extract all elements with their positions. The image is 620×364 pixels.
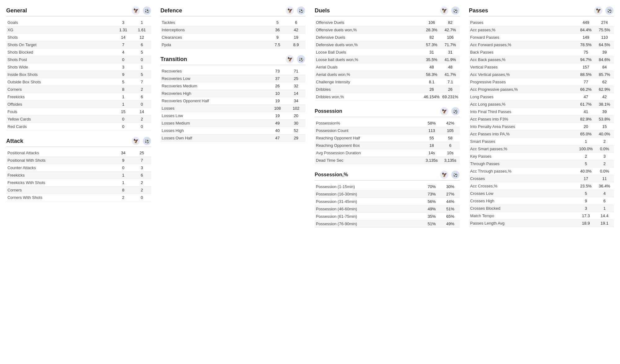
stat-value-team1: 58% bbox=[423, 120, 441, 127]
general-title: General bbox=[6, 7, 129, 14]
stat-label: Fouls bbox=[6, 108, 114, 116]
svg-text:⚽: ⚽ bbox=[453, 8, 458, 13]
table-row: Loose ball duels won,% 35.5% 41.9% bbox=[315, 56, 460, 64]
stat-value-team2: 6 bbox=[441, 142, 460, 149]
table-row: Interceptions 36 42 bbox=[161, 26, 306, 34]
stat-value-team1: 2 bbox=[577, 153, 595, 160]
attack-title: Attack bbox=[6, 138, 129, 144]
stat-label: Crosses High bbox=[469, 197, 577, 205]
table-row: Loose Ball Duels 31 31 bbox=[315, 49, 460, 56]
crystal-palace-badge-duels: 🦅 bbox=[440, 6, 449, 15]
stat-label: Dead Time Sec bbox=[315, 157, 423, 164]
everton-badge-possession-pct: ⚽ bbox=[451, 170, 460, 179]
stat-value-team2: 29 bbox=[287, 134, 305, 142]
table-row: Offensive Duels 106 82 bbox=[315, 19, 460, 26]
table-row: XG 1.31 1.61 bbox=[6, 26, 151, 34]
stat-label: Recoveries Opponent Half bbox=[161, 97, 268, 105]
stat-label: Long Passes bbox=[469, 93, 577, 101]
stat-value-team1: 28.3% bbox=[423, 26, 441, 34]
stat-value-team1: 1 bbox=[577, 138, 595, 145]
stat-value-team1: 51% bbox=[423, 220, 441, 228]
page: General 🦅 ⚽ Goals 3 bbox=[6, 6, 614, 228]
stat-label: Progressive Passes bbox=[469, 78, 577, 86]
stat-value-team2: 75.5% bbox=[595, 26, 614, 34]
stat-value-team1: 0 bbox=[114, 56, 133, 64]
stat-value-team2: 48 bbox=[441, 64, 460, 71]
stat-value-team2: 30 bbox=[287, 120, 305, 127]
table-row: Dribbles won,% 46.154% 69.231% bbox=[315, 93, 460, 101]
table-row: Possession (76-90min) 51% 49% bbox=[315, 220, 460, 228]
team1-icon-attack: 🦅 bbox=[131, 137, 140, 145]
stat-label: Reaching Opponent Half bbox=[315, 134, 423, 142]
table-row: Vertical Passes 157 84 bbox=[469, 64, 614, 71]
stat-label: Possession (61-75min) bbox=[315, 213, 423, 220]
stat-value-team1: 5 bbox=[268, 19, 287, 26]
col-duels-possession: Duels 🦅 ⚽ Offensive Duels 106 bbox=[315, 6, 460, 228]
stat-value-team1: 82 bbox=[423, 34, 441, 41]
stat-label: Acc Forward passes,% bbox=[469, 41, 577, 49]
stat-value-team2: 62.9% bbox=[595, 86, 614, 93]
table-row: Offensive duels won,% 28.3% 42.7% bbox=[315, 26, 460, 34]
stat-label: Acc Smart passes,% bbox=[469, 145, 577, 153]
team2-icon-duels: ⚽ bbox=[451, 6, 460, 15]
table-row: Recoveries High 10 14 bbox=[161, 90, 306, 97]
stat-value-team1: 8 bbox=[114, 186, 133, 194]
stat-value-team2: 39 bbox=[595, 108, 614, 116]
svg-text:🦅: 🦅 bbox=[287, 57, 293, 62]
stat-value-team1: 20 bbox=[577, 123, 595, 130]
stat-value-team2: 1.61 bbox=[133, 26, 151, 34]
stat-value-team2: 85.7% bbox=[595, 71, 614, 78]
stat-label: Aerial Duals bbox=[315, 64, 423, 71]
stat-value-team2: 52 bbox=[287, 127, 305, 134]
stat-value-team1: 10 bbox=[268, 90, 287, 97]
team2-icon-possession-pct: ⚽ bbox=[451, 170, 460, 179]
stat-value-team1: 66.2% bbox=[577, 86, 595, 93]
stat-value-team1: 55 bbox=[423, 134, 441, 142]
table-row: Possession (1-15min) 70% 30% bbox=[315, 183, 460, 191]
stat-value-team1: 82.9% bbox=[577, 116, 595, 123]
table-row: Challenge Intensity 8.1 7.1 bbox=[315, 78, 460, 86]
attack-section: Attack 🦅 ⚽ Positional Attacks 34 bbox=[6, 137, 151, 201]
stat-value-team1: 5 bbox=[114, 78, 133, 86]
stat-value-team2: 41.7% bbox=[441, 71, 460, 78]
table-row: Back Passes 75 39 bbox=[469, 49, 614, 56]
stat-value-team1: 106 bbox=[423, 19, 441, 26]
stat-value-team2: 10s bbox=[441, 149, 460, 157]
stat-value-team2: 0 bbox=[133, 123, 151, 130]
stat-label: Into Penalty Area Passes bbox=[469, 123, 577, 130]
stat-value-team1: 108 bbox=[268, 105, 287, 112]
table-row: Losses Medium 49 30 bbox=[161, 120, 306, 127]
stat-value-team2: 26 bbox=[441, 86, 460, 93]
team1-icon-transition: 🦅 bbox=[286, 55, 294, 64]
table-row: Yellow Cards 0 2 bbox=[6, 116, 151, 123]
table-row: Acc Back passes,% 94.7% 84.6% bbox=[469, 56, 614, 64]
stat-value-team1: 17.3 bbox=[577, 212, 595, 220]
table-row: Acc Vertical passes,% 88.5% 85.7% bbox=[469, 71, 614, 78]
stat-label: Recoveries Medium bbox=[161, 82, 268, 90]
stat-label: Through Passes bbox=[469, 160, 577, 168]
stat-label: Into Final Third Passes bbox=[469, 108, 577, 116]
stat-label: Defensive duels won,% bbox=[315, 41, 423, 49]
stat-label: Possession (16-30min) bbox=[315, 191, 423, 198]
stat-value-team1: 37 bbox=[268, 75, 287, 82]
stat-value-team2: 14.4 bbox=[595, 212, 614, 220]
svg-text:🦅: 🦅 bbox=[287, 8, 293, 13]
svg-text:🦅: 🦅 bbox=[441, 8, 447, 13]
stat-value-team1: 26 bbox=[423, 86, 441, 93]
stat-value-team2: 12 bbox=[133, 34, 151, 41]
stat-value-team2: 6 bbox=[133, 93, 151, 101]
stat-value-team1: 157 bbox=[577, 64, 595, 71]
svg-text:⚽: ⚽ bbox=[299, 8, 303, 13]
table-row: Crosses High 9 6 bbox=[469, 197, 614, 205]
transition-table: Recoveries 73 71 Recoveries Low 37 25 Re… bbox=[161, 68, 306, 142]
everton-badge-duels: ⚽ bbox=[451, 6, 460, 15]
stat-label: Ppda bbox=[161, 41, 268, 49]
stat-value-team1: 5 bbox=[577, 190, 595, 197]
stat-value-team1: 17 bbox=[577, 175, 595, 182]
stat-value-team2: 64.5% bbox=[595, 41, 614, 49]
table-row: Possession Count 113 105 bbox=[315, 127, 460, 134]
team2-icon-passes: ⚽ bbox=[605, 6, 614, 15]
table-row: Reaching Opponent Box 18 6 bbox=[315, 142, 460, 149]
stat-label: Interceptions bbox=[161, 26, 268, 34]
stat-value-team1: 49% bbox=[423, 205, 441, 213]
